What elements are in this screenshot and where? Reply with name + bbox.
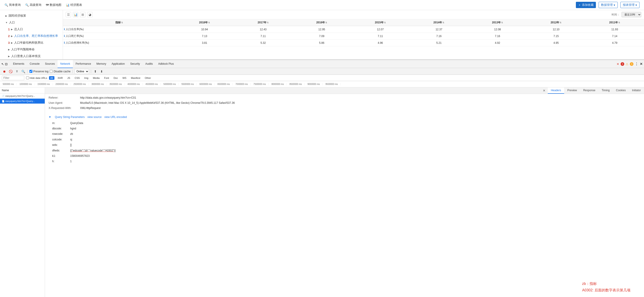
sidebar-item-age-structure[interactable]: 3 ▶ 人口年龄结构和抚养比 — [0, 39, 63, 46]
tab-adblock[interactable]: Adblock Plus — [156, 60, 176, 68]
upload-button[interactable]: ⬆ — [93, 69, 98, 74]
preserve-log-input[interactable] — [30, 70, 32, 73]
qsp-title: Query String Parameters — [55, 115, 85, 119]
qsp-param-k1: k1: 1580046957823 — [52, 153, 640, 159]
warn-badge: 3 — [630, 62, 634, 66]
filter-icon[interactable]: ⊽ — [14, 69, 19, 74]
sidebar: ▶ 国民经济核算 ▼ 人口 1 ▶ 总人口 2 ▶ 人口出生率、死亡率和自然增长… — [0, 10, 63, 59]
pie-chart-button[interactable]: ◕ — [87, 12, 93, 17]
qsp-key-wds: wds: — [52, 143, 70, 147]
sidebar-item-population[interactable]: ▼ 人口 — [0, 19, 63, 26]
sidebar-item-birth-death-rate[interactable]: 2 ▶ 人口出生率、死亡率和自然增长率 — [0, 32, 63, 39]
headers-detail-content: Referer: http://data.stats.gov.cn/easyqu… — [45, 94, 644, 113]
qsp-key-colcode: colcode: — [52, 137, 70, 142]
details-close-button[interactable]: ✕ — [540, 87, 548, 94]
filter-type-img[interactable]: Img — [83, 76, 90, 80]
details-tab-timing[interactable]: Timing — [598, 87, 613, 94]
col-2012: 2012年⇅ — [527, 19, 586, 26]
arrow-icon-ce: ▶ — [8, 55, 10, 57]
arrow-icon-bdr: ▶ — [11, 35, 13, 37]
table-view-button[interactable]: ⊞ — [80, 12, 86, 17]
tab-application[interactable]: Application — [109, 60, 128, 68]
sidebar-label-total-population: 总人口 — [14, 27, 23, 31]
qsp-param-wds: wds: [] — [52, 142, 640, 148]
qsp-val-h: 1 — [70, 159, 72, 164]
table-row: ℹ人口死亡率(‰) 7.13 7.11 7.09 7.11 7.16 7.16 … — [63, 33, 644, 39]
throttle-select[interactable]: Online — [74, 69, 89, 74]
clear-button[interactable]: 🚫 — [8, 69, 13, 74]
data-map-nav[interactable]: 🗺 数据地图 — [46, 3, 62, 7]
filter-type-all[interactable]: All — [49, 76, 54, 80]
chart-view-button[interactable]: 📊 — [73, 12, 78, 17]
sidebar-item-census[interactable]: ▶ 人口普查人口基本情况 — [0, 53, 63, 59]
advanced-search-nav[interactable]: 🔍 高级查询 — [25, 3, 41, 7]
hide-data-urls-checkbox[interactable]: Hide data URLs — [26, 76, 47, 79]
col-2014: 2014年⇅ — [410, 19, 468, 26]
sidebar-label-life-expectancy: 人口平均预期寿命 — [11, 47, 35, 51]
add-favorite-button[interactable]: ＋ 添加收藏 — [576, 2, 596, 8]
cell-death-2016: 7.09 — [292, 33, 351, 39]
filter-type-ws[interactable]: WS — [121, 76, 128, 80]
download-button[interactable]: ⬇ — [99, 69, 104, 74]
list-view-button[interactable]: ☰ — [66, 12, 71, 17]
disable-cache-input[interactable] — [50, 70, 52, 73]
filter-type-font[interactable]: Font — [103, 76, 110, 80]
tab-performance[interactable]: Performance — [73, 60, 94, 68]
tab-security[interactable]: Security — [128, 60, 142, 68]
filter-type-css[interactable]: CSS — [73, 76, 81, 80]
cell-death-2011: 7.14 — [585, 33, 644, 39]
timeline-tick-4: 2500000 ms — [71, 83, 89, 85]
inspect-icon[interactable]: ↖ — [1, 62, 4, 66]
record-button[interactable]: ⏺ — [2, 69, 7, 74]
data-management-button[interactable]: 数据管理 ▾ — [598, 2, 618, 8]
details-tab-cookies[interactable]: Cookies — [613, 87, 629, 94]
more-options-icon[interactable]: ⋮ — [635, 62, 638, 66]
disable-cache-checkbox[interactable]: Disable cache — [50, 70, 70, 73]
tab-console[interactable]: Console — [27, 60, 42, 68]
row-birth-rate-indicator: ℹ人口出生率(‰) — [63, 26, 175, 33]
hide-data-urls-input[interactable] — [26, 76, 29, 79]
filter-type-doc[interactable]: Doc — [112, 76, 120, 80]
qsp-param-rowcode: rowcode: zb — [52, 131, 640, 137]
sidebar-item-life-expectancy[interactable]: ▶ 人口平均预期寿命 — [0, 46, 63, 53]
preserve-log-checkbox[interactable]: Preserve log — [30, 70, 48, 73]
economic-chart-nav[interactable]: 📊 经济图表 — [66, 3, 82, 7]
data-table: 指标⇅ 2018年⇅ 2017年⇅ 2016年⇅ 2015年⇅ 2014年⇅ 2… — [63, 19, 644, 46]
timeline-tick-8: 4500000 ms — [143, 83, 161, 85]
qsp-key-m: m: — [52, 121, 70, 125]
tab-memory[interactable]: Memory — [94, 60, 109, 68]
simple-search-nav[interactable]: 🔍 简单查询 — [4, 3, 21, 7]
details-tab-headers[interactable]: Headers — [548, 87, 564, 94]
timeline-tick-14: 7500000 ms — [251, 83, 269, 85]
filter-type-manifest[interactable]: Manifest — [130, 76, 142, 80]
filter-input[interactable] — [2, 76, 24, 80]
filter-type-js[interactable]: JS — [66, 76, 72, 80]
details-tab-response[interactable]: Response — [580, 87, 598, 94]
file-item-1[interactable]: 📄 easyquery.htm?m=Query... — [0, 99, 45, 104]
filter-type-other[interactable]: Other — [144, 76, 152, 80]
cell-growth-2018: 3.81 — [175, 39, 234, 46]
tab-network[interactable]: Network — [58, 60, 73, 68]
view-url-encoded-link[interactable]: view URL encoded — [104, 115, 127, 119]
tab-sources[interactable]: Sources — [42, 60, 58, 68]
network-panel: Name 📄 easyquery.htm?m=Query... 📄 easyqu… — [0, 87, 644, 297]
report-management-button[interactable]: 报表管理 ▾ — [620, 2, 640, 8]
qsp-val-dfwds: [{"wdcode":"zb","valuecode":"A0302"}] — [70, 148, 116, 153]
filter-type-xhr[interactable]: XHR — [56, 76, 64, 80]
view-source-link[interactable]: view source — [88, 115, 102, 119]
col-2016: 2016年⇅ — [292, 19, 351, 26]
tab-elements[interactable]: Elements — [10, 60, 27, 68]
sidebar-item-national-economy[interactable]: ▶ 国民经济核算 — [0, 12, 63, 19]
device-icon[interactable]: ⊡ — [5, 62, 8, 66]
tab-audits[interactable]: Audits — [142, 60, 156, 68]
details-tab-preview[interactable]: Preview — [564, 87, 580, 94]
file-item-0[interactable]: 📄 easyquery.htm?m=Query... — [0, 93, 45, 99]
time-select[interactable]: 最近10年 — [622, 12, 641, 17]
filter-type-media[interactable]: Media — [92, 76, 101, 80]
header-val-xrequested: XMLHttpRequest — [80, 106, 100, 110]
close-devtools-icon[interactable]: ✕ — [640, 62, 643, 66]
search-button[interactable]: 🔍 — [21, 69, 26, 74]
details-tab-initiator[interactable]: Initiator — [629, 87, 644, 94]
sidebar-item-total-population[interactable]: 1 ▶ 总人口 — [0, 26, 63, 32]
annotation-line1: zb：指标 — [582, 281, 630, 287]
